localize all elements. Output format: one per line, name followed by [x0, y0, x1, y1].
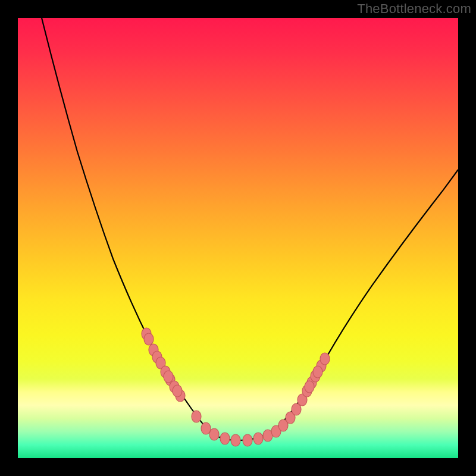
watermark-text: TheBottleneck.com — [357, 1, 471, 17]
data-point — [209, 428, 219, 440]
data-point — [220, 433, 230, 444]
data-point — [231, 434, 240, 446]
data-point — [253, 433, 263, 444]
data-point — [164, 371, 173, 383]
data-point — [144, 333, 154, 345]
curve-layer — [18, 18, 458, 458]
data-point — [320, 353, 330, 365]
chart-frame: TheBottleneck.com — [0, 0, 476, 476]
data-point — [192, 411, 201, 422]
data-point — [173, 385, 182, 397]
data-points — [142, 328, 330, 446]
data-point — [243, 434, 252, 446]
data-point — [313, 366, 322, 378]
plot-area — [18, 18, 458, 458]
right-curve — [238, 170, 458, 440]
data-point — [201, 422, 211, 434]
data-point — [305, 381, 314, 393]
left-curve — [42, 18, 238, 440]
